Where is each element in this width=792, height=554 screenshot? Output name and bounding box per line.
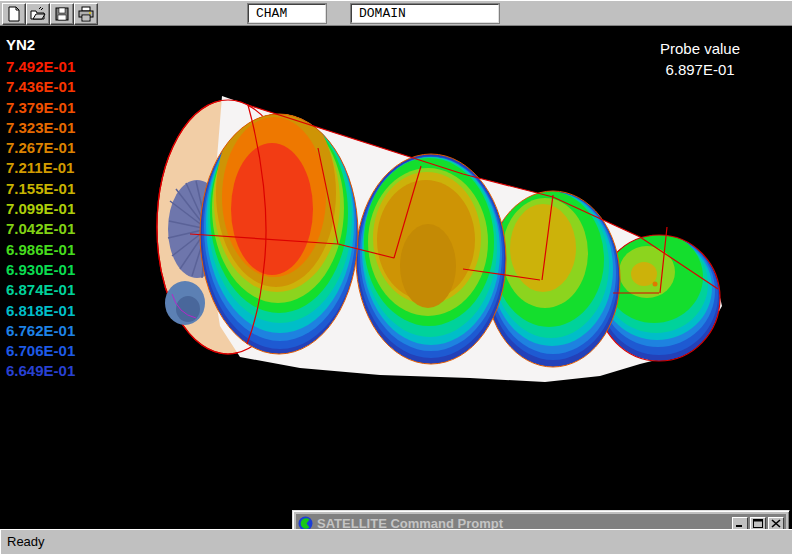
save-button[interactable]	[50, 3, 74, 25]
status-bar: Ready	[0, 529, 792, 554]
new-document-icon	[6, 6, 22, 22]
graphics-viewport: YN2 7.492E-01 7.436E-01 7.379E-01 7.323E…	[0, 26, 792, 529]
domain-field[interactable]: DOMAIN	[351, 4, 499, 23]
printer-icon	[78, 6, 94, 22]
maximize-icon	[753, 519, 763, 528]
contour-disk-3	[486, 191, 620, 367]
open-folder-icon	[30, 6, 46, 22]
minimize-icon	[735, 519, 745, 528]
open-button[interactable]	[26, 3, 50, 25]
status-text: Ready	[7, 534, 45, 549]
application-window: CHAM DOMAIN YN2 7.492E-01 7.436E-01 7.37…	[0, 0, 792, 554]
print-button[interactable]	[74, 3, 98, 25]
cham-field[interactable]: CHAM	[248, 4, 326, 23]
contour-disk-2	[356, 154, 506, 364]
save-floppy-icon	[54, 6, 70, 22]
new-button[interactable]	[2, 3, 26, 25]
inlet-blob	[165, 281, 205, 325]
close-icon	[771, 519, 781, 528]
viewport-3d-scene[interactable]	[0, 26, 792, 529]
toolbar: CHAM DOMAIN	[0, 0, 792, 26]
